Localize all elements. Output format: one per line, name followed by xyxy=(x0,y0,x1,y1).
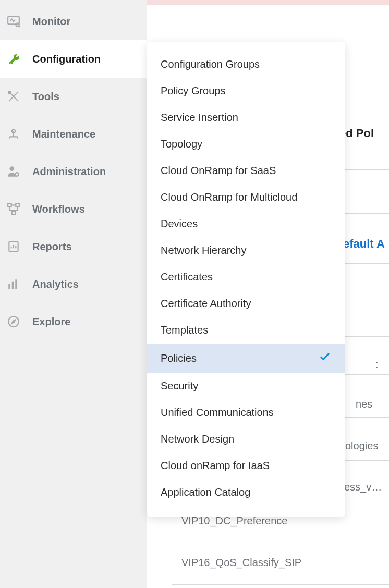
submenu-item-security[interactable]: Security xyxy=(147,373,345,399)
sidebar: Monitor Configuration Tools xyxy=(0,0,147,588)
svg-point-3 xyxy=(9,62,10,64)
sidebar-item-label: Configuration xyxy=(32,53,101,65)
sidebar-item-workflows[interactable]: Workflows xyxy=(0,190,147,228)
sidebar-item-label: Explore xyxy=(32,316,70,328)
configuration-submenu: Configuration Groups Policy Groups Servi… xyxy=(147,42,345,517)
sidebar-item-monitor[interactable]: Monitor xyxy=(0,3,147,40)
submenu-item-policies[interactable]: Policies xyxy=(147,344,345,373)
divider xyxy=(172,584,389,585)
submenu-item-service-insertion[interactable]: Service Insertion xyxy=(147,104,345,131)
submenu-label: Devices xyxy=(161,218,198,230)
submenu-item-unified-communications[interactable]: Unified Communications xyxy=(147,399,345,426)
sidebar-item-label: Administration xyxy=(32,166,106,178)
sidebar-item-administration[interactable]: Administration xyxy=(0,153,147,190)
submenu-item-application-catalog[interactable]: Application Catalog xyxy=(147,479,345,506)
list-item[interactable]: VIP16_QoS_Classify_SIP xyxy=(181,546,389,579)
submenu-label: Cloud OnRamp for Multicloud xyxy=(161,191,297,203)
sidebar-item-configuration[interactable]: Configuration xyxy=(0,40,147,78)
check-icon xyxy=(319,351,331,365)
svg-point-10 xyxy=(15,173,19,176)
submenu-label: Network Design xyxy=(161,433,234,445)
list-item: ess_v… xyxy=(344,471,389,504)
svg-rect-19 xyxy=(12,282,14,289)
submenu-label: Network Hierarchy xyxy=(161,244,246,256)
submenu-item-cloud-onramp-multicloud[interactable]: Cloud OnRamp for Multicloud xyxy=(147,184,345,211)
svg-rect-20 xyxy=(15,279,17,289)
breadcrumb-link[interactable]: efault A xyxy=(343,237,385,251)
admin-icon xyxy=(6,164,21,179)
submenu-item-templates[interactable]: Templates xyxy=(147,317,345,344)
svg-rect-11 xyxy=(8,203,11,207)
submenu-label: Certificate Authority xyxy=(161,298,251,310)
submenu-label: Cloud OnRamp for SaaS xyxy=(161,165,276,177)
submenu-label: Unified Communications xyxy=(161,407,274,419)
sidebar-item-maintenance[interactable]: Maintenance xyxy=(0,115,147,153)
sidebar-item-reports[interactable]: Reports xyxy=(0,228,147,265)
submenu-label: Templates xyxy=(161,324,208,336)
submenu-item-certificates[interactable]: Certificates xyxy=(147,264,345,290)
submenu-item-configuration-groups[interactable]: Configuration Groups xyxy=(147,51,345,78)
svg-rect-12 xyxy=(16,203,19,207)
submenu-label: Cloud onRamp for IaaS xyxy=(161,460,270,472)
compass-icon xyxy=(6,314,21,329)
analytics-icon xyxy=(6,277,21,291)
submenu-label: Certificates xyxy=(161,271,213,283)
sidebar-item-label: Workflows xyxy=(32,203,85,215)
svg-point-9 xyxy=(9,166,14,171)
svg-line-2 xyxy=(19,26,20,27)
submenu-item-network-design[interactable]: Network Design xyxy=(147,426,345,452)
submenu-label: Application Catalog xyxy=(161,486,250,498)
svg-point-7 xyxy=(8,91,10,93)
submenu-item-cloud-onramp-iaas[interactable]: Cloud onRamp for IaaS xyxy=(147,452,345,479)
sidebar-item-label: Tools xyxy=(32,91,59,103)
reports-icon xyxy=(6,239,21,254)
sidebar-item-tools[interactable]: Tools xyxy=(0,78,147,115)
sidebar-item-label: Maintenance xyxy=(32,128,95,140)
monitor-icon xyxy=(6,14,21,29)
svg-marker-22 xyxy=(12,320,16,324)
sidebar-item-explore[interactable]: Explore xyxy=(0,303,147,340)
sidebar-item-label: Monitor xyxy=(32,16,70,28)
submenu-item-policy-groups[interactable]: Policy Groups xyxy=(147,78,345,104)
svg-rect-13 xyxy=(12,211,16,215)
workflows-icon xyxy=(6,202,21,216)
list-item: nes xyxy=(356,388,389,421)
submenu-item-cloud-onramp-saas[interactable]: Cloud OnRamp for SaaS xyxy=(147,157,345,184)
svg-rect-18 xyxy=(8,284,10,289)
submenu-label: Configuration Groups xyxy=(161,58,260,70)
sidebar-item-label: Analytics xyxy=(32,278,79,290)
divider xyxy=(172,543,389,543)
submenu-item-devices[interactable]: Devices xyxy=(147,211,345,237)
submenu-item-certificate-authority[interactable]: Certificate Authority xyxy=(147,290,345,317)
tools-icon xyxy=(6,89,21,104)
wrench-icon xyxy=(6,52,21,66)
alert-banner xyxy=(147,0,389,5)
maintenance-icon xyxy=(6,127,21,141)
svg-point-4 xyxy=(11,63,13,64)
submenu-label: Security xyxy=(161,380,198,392)
submenu-item-network-hierarchy[interactable]: Network Hierarchy xyxy=(147,237,345,264)
sidebar-item-label: Reports xyxy=(32,241,72,253)
sidebar-item-analytics[interactable]: Analytics xyxy=(0,265,147,303)
list-item: : xyxy=(375,348,389,381)
submenu-label: Service Insertion xyxy=(161,112,238,124)
submenu-item-topology[interactable]: Topology xyxy=(147,131,345,157)
submenu-label: Policy Groups xyxy=(161,85,226,97)
submenu-label: Policies xyxy=(161,352,197,364)
submenu-label: Topology xyxy=(161,138,202,150)
list-item: ologies xyxy=(345,430,389,462)
